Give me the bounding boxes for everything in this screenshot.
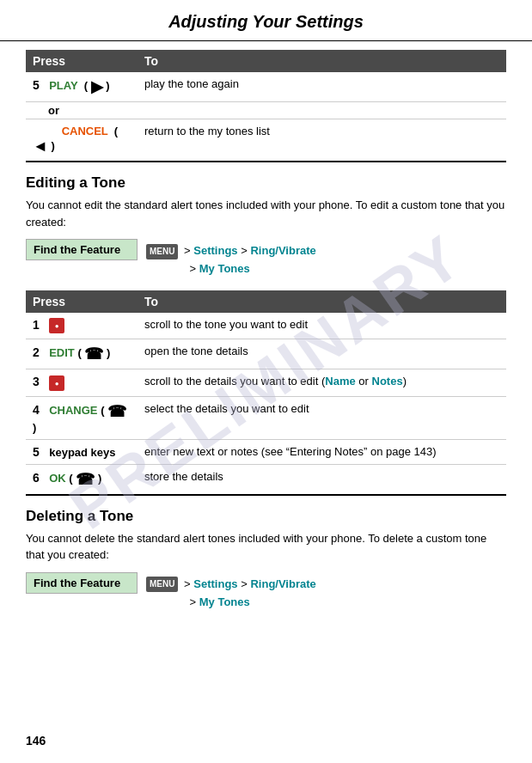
editing-heading: Editing a Tone (26, 174, 506, 192)
table-row: 1 scroll to the tone you want to edit (26, 313, 506, 339)
find-feature-editing: Find the Feature MENU > Settings > Ring/… (26, 239, 506, 282)
find-feature-path: MENU > Settings > Ring/Vibrate > My Tone… (138, 239, 325, 282)
table-row-or: or (26, 102, 506, 119)
table-row: 5 PLAY ( ▶ ) play the tone again (26, 72, 506, 102)
to-cell: return to the my tones list (138, 119, 506, 162)
page-number: 146 (26, 734, 46, 748)
table-row: 2 EDIT ( ☎ ) open the tone details (26, 339, 506, 369)
deleting-body: You cannot delete the standard alert ton… (26, 530, 506, 564)
menu-icon-2: MENU (146, 577, 178, 592)
col-header-to: To (138, 290, 506, 313)
table-row: 6 OK ( ☎ ) store the details (26, 464, 506, 495)
deleting-heading: Deleting a Tone (26, 508, 506, 525)
play-icon: ▶ (91, 78, 103, 95)
table-row: 3 scroll to the details you want to edit… (26, 369, 506, 397)
col-header-press: Press (26, 50, 138, 72)
press-cell: CANCEL ( ◄ ) (26, 119, 138, 162)
table-row: 5 keypad keys enter new text or notes (s… (26, 439, 506, 464)
ok-phone-icon: ☎ (76, 471, 95, 488)
find-feature-path-2: MENU > Settings > Ring/Vibrate > My Tone… (138, 572, 325, 615)
menu-icon: MENU (146, 244, 178, 259)
find-feature-label-2: Find the Feature (26, 572, 138, 594)
find-feature-label: Find the Feature (26, 239, 138, 260)
scroll-down-icon (49, 318, 64, 333)
scroll-down-icon-2 (49, 375, 64, 391)
to-cell: play the tone again (138, 72, 506, 102)
press-cell: 5 PLAY ( ▶ ) (26, 72, 138, 102)
col-header-to: To (138, 50, 506, 72)
table-row: CANCEL ( ◄ ) return to the my tones list (26, 119, 506, 162)
change-phone-icon: ☎ (107, 403, 126, 420)
edit-phone-icon: ☎ (84, 345, 103, 363)
table-row: 4 CHANGE ( ☎ ) select the details you wa… (26, 396, 506, 439)
cancel-icon: ◄ (33, 137, 48, 155)
page-title: Adjusting Your Settings (0, 0, 532, 41)
col-header-press: Press (26, 290, 138, 313)
top-press-table: Press To 5 PLAY ( ▶ ) play the tone agai… (26, 50, 506, 162)
editing-body: You cannot edit the standard alert tones… (26, 197, 506, 230)
editing-table: Press To 1 scroll to the tone you want t… (26, 290, 506, 496)
find-feature-deleting: Find the Feature MENU > Settings > Ring/… (26, 572, 506, 615)
